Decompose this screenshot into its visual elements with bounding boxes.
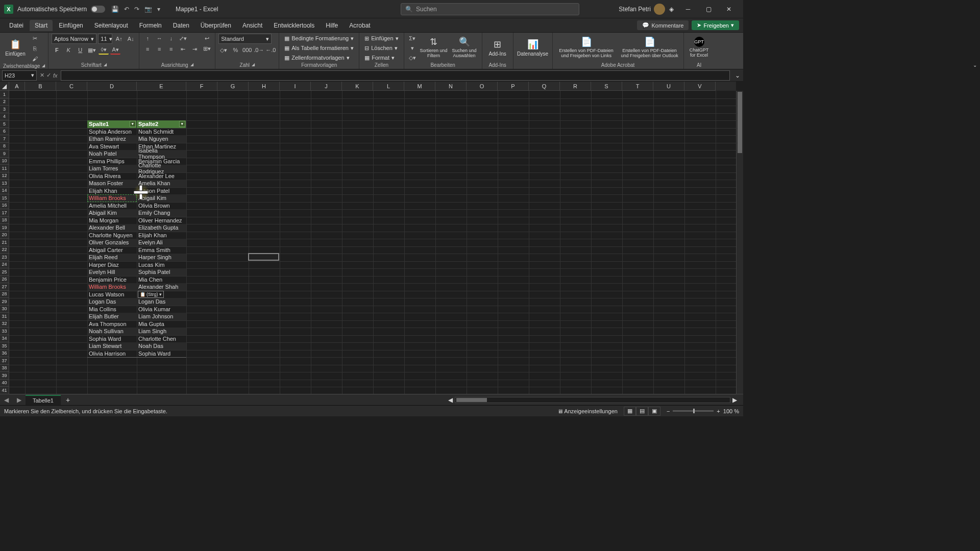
row-header[interactable]: 15 [0,194,9,202]
align-bottom-icon[interactable]: ↓ [166,34,176,43]
filter-icon[interactable]: ▾ [130,121,136,127]
sheet-tab[interactable]: Tabelle1 [26,395,61,405]
row-header[interactable]: 25 [0,268,9,276]
table-cell[interactable]: Charlotte Nguyen [87,232,137,239]
border-icon[interactable]: ▦▾ [87,45,97,55]
table-header[interactable]: Spalte2▾ [137,120,186,128]
formula-input[interactable] [61,70,730,81]
undo-icon[interactable]: ↶ [124,6,129,13]
table-cell[interactable]: Noah Das [137,342,186,350]
row-header[interactable]: 8 [0,143,9,151]
column-header[interactable]: G [217,82,249,91]
column-header[interactable]: H [249,82,280,91]
format-as-table-button[interactable]: ▦ Als Tabelle formatieren ▾ [282,43,356,53]
row-header[interactable]: 24 [0,261,9,269]
align-right-icon[interactable]: ≡ [166,44,176,54]
row-headers[interactable]: 1234567891011121314151617181920212223242… [0,91,9,394]
close-button[interactable]: ✕ [719,0,739,18]
minimize-button[interactable]: ─ [678,0,698,18]
row-header[interactable]: 5 [0,120,9,128]
increase-indent-icon[interactable]: ⇥ [189,44,200,54]
table-cell[interactable]: Mason Foster [87,180,137,187]
menu-tab-entwicklertools[interactable]: Entwicklertools [268,20,320,31]
row-header[interactable]: 26 [0,276,9,284]
copy-icon[interactable]: ⎘ [30,44,40,53]
align-center-icon[interactable]: ≡ [154,44,164,54]
row-header[interactable]: 9 [0,150,9,158]
sheet-nav-prev-icon[interactable]: ◀ [0,396,13,404]
table-cell[interactable]: Lucas Watson [87,291,137,298]
table-cell[interactable]: Elijah Reed [87,254,137,261]
table-cell[interactable]: Elizabeth Gupta [137,224,186,232]
addins-button[interactable]: ⊞Add-Ins [485,34,510,61]
bold-icon[interactable]: F [52,45,62,55]
row-header[interactable]: 35 [0,342,9,350]
column-header[interactable]: Q [529,82,560,91]
name-box[interactable]: H23▾ [2,70,37,81]
format-painter-icon[interactable]: 🖌 [30,54,40,63]
table-cell[interactable]: Liam Stewart [87,342,137,350]
column-header[interactable]: J [311,82,342,91]
dialog-launcher-icon[interactable]: ◢ [42,63,45,69]
row-header[interactable]: 12 [0,172,9,180]
table-cell[interactable]: Elijah Khan [87,187,137,195]
table-cell[interactable]: Oliver Gonzales [87,239,137,246]
chatgpt-button[interactable]: GPTChatGPT for Excel [687,34,712,61]
vertical-scrollbar[interactable] [736,91,743,394]
row-header[interactable]: 10 [0,158,9,165]
table-cell[interactable]: Ethan Ramirez [87,135,137,143]
confirm-formula-icon[interactable]: ✓ [46,72,51,79]
display-settings-button[interactable]: 🖥 Anzeigeeinstellungen [557,408,618,414]
camera-icon[interactable]: 📷 [144,6,152,13]
row-header[interactable]: 29 [0,298,9,306]
search-box[interactable]: 🔍 Suchen [401,3,579,15]
wrap-text-icon[interactable]: ↩ [202,34,212,43]
decrease-decimal-icon[interactable]: ←.0 [265,45,276,55]
paste-button[interactable]: 📋Einfügen [3,34,28,61]
menu-tab-hilfe[interactable]: Hilfe [321,20,343,31]
row-header[interactable]: 7 [0,135,9,143]
table-cell[interactable]: William Brooks [87,283,137,291]
table-cell[interactable]: Noah Schmidt [137,128,186,136]
row-header[interactable]: 11 [0,165,9,172]
table-cell[interactable]: Lucas Kim [137,261,186,269]
select-all-corner[interactable]: ◢ [0,82,9,91]
table-cell[interactable]: Elijah Butler [87,313,137,320]
table-cell[interactable]: Alexander Shah [137,283,186,291]
row-header[interactable]: 36 [0,350,9,358]
table-cell[interactable]: Abigail Kim [87,209,137,217]
cells-area[interactable]: Spalte1▾Spalte2▾Sophia AndersonNoah Schm… [9,91,736,394]
table-cell[interactable]: Liam Singh [137,328,186,335]
row-header[interactable]: 16 [0,202,9,210]
zoom-level[interactable]: 100 % [723,408,739,414]
menu-tab-daten[interactable]: Daten [168,20,194,31]
column-header[interactable]: O [467,82,498,91]
table-cell[interactable]: Emily Chang [137,209,186,217]
table-cell[interactable]: Charlotte Rodriguez [137,165,186,172]
table-cell[interactable]: Mia Gupta [137,320,186,328]
hscroll-left-icon[interactable]: ◀ [446,396,455,404]
clear-icon[interactable]: ◇▾ [407,53,418,62]
filter-icon[interactable]: ▾ [179,121,185,127]
column-header[interactable]: S [591,82,622,91]
column-header[interactable]: L [373,82,404,91]
table-cell[interactable]: Liam Torres [87,165,137,172]
column-header[interactable]: C [56,82,87,91]
table-cell[interactable]: Amelia Khan [137,180,186,187]
cancel-formula-icon[interactable]: ✕ [40,72,44,79]
row-header[interactable]: 38 [0,365,9,372]
redo-icon[interactable]: ↷ [134,6,139,13]
table-cell[interactable]: Mason Patel [137,187,186,195]
row-header[interactable]: 33 [0,328,9,335]
merge-icon[interactable]: ⊞▾ [202,44,212,53]
row-header[interactable]: 34 [0,335,9,343]
zoom-slider[interactable] [673,410,714,412]
row-header[interactable]: 13 [0,180,9,187]
table-cell[interactable]: Amelia Mitchell [87,202,137,210]
column-header[interactable]: K [342,82,373,91]
dialog-launcher-icon[interactable]: ◢ [104,62,107,68]
table-cell[interactable]: Charlotte Chen [137,335,186,343]
currency-icon[interactable]: ◇▾ [218,45,229,55]
column-header[interactable]: F [186,82,217,91]
decrease-font-icon[interactable]: A↓ [126,34,136,43]
